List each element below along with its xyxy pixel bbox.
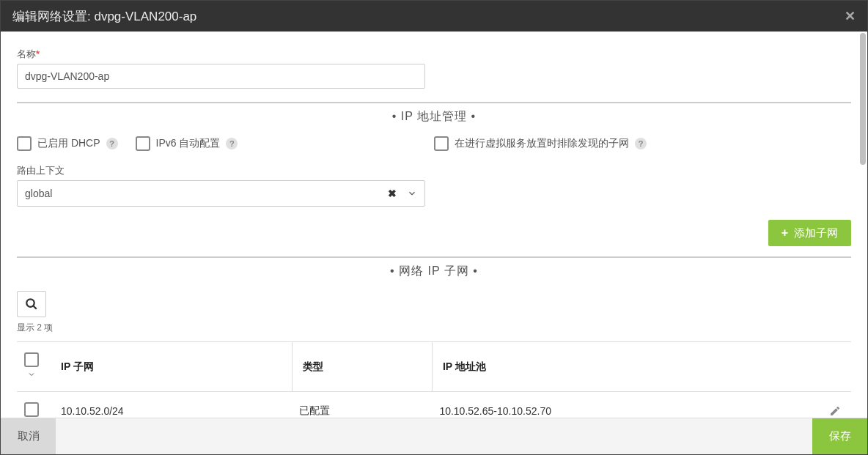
chevron-down-icon[interactable] — [27, 370, 36, 379]
edit-icon[interactable] — [829, 405, 844, 417]
plus-icon: + — [781, 226, 788, 240]
row-checkbox[interactable] — [24, 402, 39, 417]
search-button[interactable] — [17, 291, 46, 317]
name-field-group: 名称* — [17, 48, 851, 89]
col-actions — [822, 342, 851, 392]
subnet-table: IP 子网 类型 IP 地址池 10.10.52.0/24 已配置 10.10.… — [17, 341, 851, 418]
select-all-checkbox[interactable] — [24, 352, 39, 367]
checkbox-icon[interactable] — [17, 136, 32, 151]
cancel-button[interactable]: 取消 — [1, 418, 56, 454]
clear-icon[interactable]: ✖ — [388, 188, 397, 199]
section-ip-mgmt: • IP 地址管理 • — [17, 102, 851, 125]
col-pool: IP 地址池 — [432, 342, 822, 392]
ipv6-label: IPv6 自动配置 — [156, 137, 221, 150]
dhcp-label: 已启用 DHCP — [37, 137, 100, 150]
svg-point-0 — [26, 299, 34, 307]
routing-context-value: global — [25, 188, 52, 199]
routing-context-group: 路由上下文 global ✖ — [17, 164, 851, 207]
modal-body: 名称* • IP 地址管理 • 已启用 DHCP ? IPv6 自动配置 ? — [1, 32, 867, 418]
cell-subnet: 10.10.52.0/24 — [54, 392, 292, 418]
routing-context-label: 路由上下文 — [17, 164, 851, 177]
name-label: 名称* — [17, 48, 851, 61]
chevron-down-icon[interactable] — [407, 188, 417, 199]
table-row: 10.10.52.0/24 已配置 10.10.52.65-10.10.52.7… — [17, 392, 851, 418]
help-icon[interactable]: ? — [226, 138, 238, 149]
exclude-label: 在进行虚拟服务放置时排除发现的子网 — [455, 137, 629, 150]
col-subnet: IP 子网 — [54, 342, 292, 392]
dhcp-checkbox-wrap[interactable]: 已启用 DHCP ? — [17, 136, 118, 151]
modal-footer: 取消 保存 — [1, 418, 867, 454]
checkbox-icon[interactable] — [136, 136, 150, 151]
modal-header: 编辑网络设置: dvpg-VLAN200-ap ✕ — [1, 1, 867, 32]
ipv6-checkbox-wrap[interactable]: IPv6 自动配置 ? — [136, 136, 238, 151]
svg-line-1 — [33, 306, 37, 309]
name-input[interactable] — [17, 64, 425, 89]
help-icon[interactable]: ? — [106, 138, 118, 149]
cell-pool: 10.10.52.65-10.10.52.70 — [432, 392, 822, 418]
name-label-text: 名称 — [17, 48, 36, 59]
add-subnet-label: 添加子网 — [794, 226, 838, 240]
close-icon[interactable]: ✕ — [845, 8, 856, 24]
routing-context-select[interactable]: global ✖ — [17, 180, 425, 207]
help-icon[interactable]: ? — [635, 138, 647, 149]
item-count: 显示 2 项 — [17, 322, 851, 334]
checkbox-icon[interactable] — [434, 136, 449, 151]
col-type: 类型 — [292, 342, 432, 392]
add-subnet-button[interactable]: + 添加子网 — [768, 220, 851, 246]
cell-type: 已配置 — [292, 392, 432, 418]
required-asterisk: * — [36, 48, 40, 59]
select-all-header — [17, 342, 54, 392]
scrollbar-thumb[interactable] — [860, 33, 866, 165]
section-network-subnet: • 网络 IP 子网 • — [17, 256, 851, 279]
save-button[interactable]: 保存 — [812, 418, 867, 454]
modal-title: 编辑网络设置: dvpg-VLAN200-ap — [12, 8, 196, 25]
exclude-checkbox-wrap[interactable]: 在进行虚拟服务放置时排除发现的子网 ? — [434, 136, 851, 151]
